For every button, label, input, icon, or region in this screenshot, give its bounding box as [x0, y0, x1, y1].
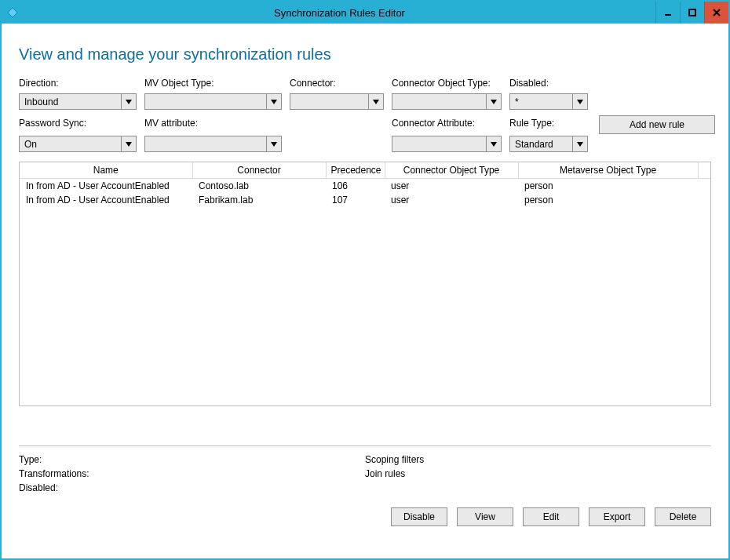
- detail-join-rules-label: Join rules: [365, 468, 711, 479]
- table-row[interactable]: In from AD - User AccountEnabled Fabrika…: [20, 193, 710, 207]
- chevron-down-icon: [266, 94, 281, 109]
- svg-marker-0: [8, 8, 17, 17]
- svg-marker-7: [373, 100, 379, 104]
- col-name[interactable]: Name: [20, 162, 192, 179]
- label-connector: Connector:: [290, 78, 384, 89]
- app-window: Synchronization Rules Editor View and ma…: [0, 0, 730, 560]
- close-button[interactable]: [704, 2, 728, 24]
- svg-marker-9: [577, 100, 583, 104]
- export-button[interactable]: Export: [589, 507, 645, 526]
- svg-rect-1: [665, 14, 671, 16]
- label-mv-attribute: MV attribute:: [144, 118, 282, 129]
- cell-cot: user: [385, 193, 518, 207]
- app-icon: [2, 2, 24, 24]
- titlebar: Synchronization Rules Editor: [2, 2, 728, 24]
- mv-object-type-dropdown[interactable]: [144, 93, 282, 110]
- label-disabled: Disabled:: [509, 78, 588, 89]
- details-panel: Type: Transformations: Disabled: Scoping…: [19, 445, 711, 493]
- col-connector-object-type[interactable]: Connector Object Type: [385, 162, 518, 179]
- direction-dropdown[interactable]: Inbound: [19, 93, 137, 110]
- spacer: [290, 115, 384, 131]
- rule-type-dropdown[interactable]: Standard: [509, 136, 588, 152]
- chevron-down-icon: [121, 136, 136, 151]
- disable-button[interactable]: Disable: [391, 507, 447, 526]
- minimize-button[interactable]: [655, 2, 680, 24]
- page-title: View and manage your synchronization rul…: [19, 45, 711, 64]
- disabled-value: *: [510, 96, 572, 107]
- window-title: Synchronization Rules Editor: [24, 7, 655, 19]
- connector-dropdown[interactable]: [290, 93, 384, 110]
- cell-name: In from AD - User AccountEnabled: [20, 179, 192, 194]
- chevron-down-icon: [121, 94, 136, 109]
- col-metaverse-object-type[interactable]: Metaverse Object Type: [518, 162, 698, 179]
- detail-type-label: Type:: [19, 454, 365, 465]
- table-header-row: Name Connector Precedence Connector Obje…: [20, 162, 710, 179]
- view-button[interactable]: View: [457, 507, 513, 526]
- label-mv-object-type: MV Object Type:: [144, 78, 282, 89]
- svg-marker-13: [577, 142, 583, 147]
- svg-marker-11: [271, 142, 277, 147]
- cell-cot: user: [385, 179, 518, 194]
- rule-type-value: Standard: [510, 139, 572, 150]
- window-controls: [655, 2, 728, 24]
- direction-value: Inbound: [20, 96, 121, 107]
- col-spacer: [698, 162, 710, 179]
- svg-rect-2: [689, 9, 695, 16]
- cell-mot: person: [518, 179, 698, 194]
- rules-table: Name Connector Precedence Connector Obje…: [20, 162, 710, 207]
- client-area: View and manage your synchronization rul…: [2, 24, 728, 558]
- svg-marker-12: [491, 142, 497, 147]
- col-precedence[interactable]: Precedence: [326, 162, 385, 179]
- cell-connector: Fabrikam.lab: [192, 193, 326, 207]
- detail-transformations-label: Transformations:: [19, 468, 365, 479]
- chevron-down-icon: [266, 136, 281, 151]
- label-connector-object-type: Connector Object Type:: [392, 78, 502, 89]
- cell-mot: person: [518, 193, 698, 207]
- svg-marker-8: [491, 100, 497, 104]
- cell-precedence: 107: [326, 193, 385, 207]
- table-row[interactable]: In from AD - User AccountEnabled Contoso…: [20, 179, 710, 194]
- connector-object-type-dropdown[interactable]: [392, 93, 502, 110]
- add-new-rule-button[interactable]: Add new rule: [599, 115, 715, 134]
- svg-marker-6: [271, 100, 277, 104]
- col-connector[interactable]: Connector: [192, 162, 326, 179]
- spacer: [290, 136, 384, 152]
- edit-button[interactable]: Edit: [523, 507, 579, 526]
- label-rule-type: Rule Type:: [509, 118, 588, 129]
- cell-connector: Contoso.lab: [192, 179, 326, 194]
- chevron-down-icon: [572, 136, 587, 151]
- svg-marker-10: [126, 142, 132, 147]
- chevron-down-icon: [368, 94, 383, 109]
- mv-attribute-dropdown[interactable]: [144, 136, 282, 152]
- disabled-dropdown[interactable]: *: [509, 93, 588, 110]
- chevron-down-icon: [572, 94, 587, 109]
- password-sync-dropdown[interactable]: On: [19, 136, 137, 152]
- cell-name: In from AD - User AccountEnabled: [20, 193, 192, 207]
- detail-disabled-label: Disabled:: [19, 482, 365, 493]
- detail-scoping-filters-label: Scoping filters: [365, 454, 711, 465]
- svg-marker-5: [126, 100, 132, 104]
- action-row: Disable View Edit Export Delete: [19, 507, 711, 526]
- connector-attribute-dropdown[interactable]: [392, 136, 502, 152]
- filter-panel: Direction: MV Object Type: Connector: Co…: [19, 78, 711, 152]
- label-connector-attribute: Connector Attribute:: [392, 118, 502, 129]
- maximize-button[interactable]: [680, 2, 704, 24]
- delete-button[interactable]: Delete: [655, 507, 711, 526]
- chevron-down-icon: [486, 94, 501, 109]
- password-sync-value: On: [20, 139, 121, 150]
- chevron-down-icon: [486, 136, 501, 151]
- label-password-sync: Password Sync:: [19, 118, 137, 129]
- rules-table-container: Name Connector Precedence Connector Obje…: [19, 162, 711, 406]
- label-direction: Direction:: [19, 78, 137, 89]
- cell-precedence: 106: [326, 179, 385, 194]
